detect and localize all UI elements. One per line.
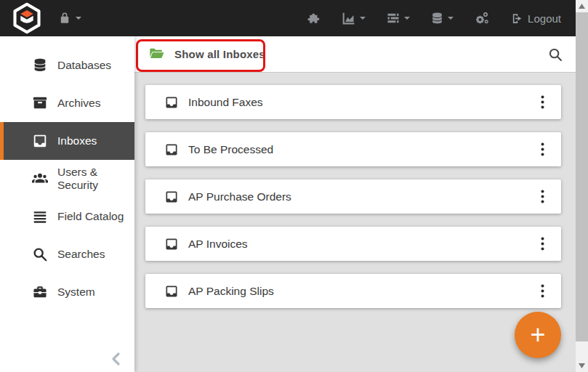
inbox-card-to-be-processed[interactable]: To Be Processed (145, 132, 561, 166)
inbox-icon (164, 95, 179, 110)
sidebar-item-label: Databases (57, 59, 111, 72)
sidebar-item-label: Field Catalog (57, 210, 124, 223)
puzzle-piece-button[interactable] (307, 12, 321, 25)
sidebar-item-searches[interactable]: Searches (0, 235, 134, 273)
sidebar-item-field-catalog[interactable]: Field Catalog (0, 198, 134, 235)
inbox-card-ap-purchase-orders[interactable]: AP Purchase Orders (145, 179, 561, 214)
tasks-icon (386, 11, 400, 25)
kebab-menu-icon[interactable] (533, 235, 551, 253)
inbox-list: Inbound Faxes To Be Processed AP Purchas… (145, 85, 561, 321)
plus-icon: + (530, 322, 545, 348)
inbox-card-label: AP Purchase Orders (188, 190, 291, 203)
archive-icon (32, 95, 48, 111)
sidebar-item-archives[interactable]: Archives (0, 84, 134, 122)
caret-down-icon (447, 15, 454, 22)
caret-down-icon (359, 15, 366, 22)
sidebar-item-label: Archives (57, 97, 100, 110)
sidebar-item-label: System (57, 286, 95, 299)
logout-icon (511, 12, 523, 25)
inbox-card-label: Inbound Faxes (188, 96, 263, 109)
caret-down-icon (75, 15, 82, 22)
sidebar: Databases Archives Inboxes Users & Secur… (0, 36, 134, 372)
inbox-card-label: AP Invoices (188, 238, 248, 251)
show-all-inboxes-label: Show all Inboxes (174, 48, 265, 60)
kebab-menu-icon[interactable] (533, 283, 551, 300)
inbox-icon (164, 142, 179, 157)
scroll-up-arrow-icon[interactable] (576, 0, 588, 12)
inbox-icon (164, 237, 179, 251)
database-icon (32, 57, 48, 73)
kebab-menu-icon[interactable] (533, 188, 551, 206)
lock-icon (58, 12, 71, 25)
settings-button[interactable] (474, 9, 491, 27)
inbox-card-label: AP Packing Slips (188, 285, 274, 298)
lock-menu[interactable] (58, 12, 82, 25)
list-icon (32, 209, 48, 225)
content-header: Show all Inboxes (134, 36, 576, 73)
inbox-icon (32, 133, 48, 149)
database-icon (430, 12, 444, 25)
sidebar-item-inboxes[interactable]: Inboxes (0, 122, 134, 160)
caret-down-icon (403, 15, 411, 22)
database-menu[interactable] (430, 12, 454, 25)
scroll-down-arrow-icon[interactable] (576, 360, 588, 372)
vertical-scrollbar[interactable] (576, 0, 588, 372)
topbar: Logout (0, 0, 588, 36)
kebab-menu-icon[interactable] (533, 141, 551, 158)
users-icon (32, 171, 48, 187)
queues-menu[interactable] (386, 11, 411, 25)
sidebar-item-label: Inboxes (57, 134, 97, 147)
add-inbox-fab-button[interactable]: + (515, 312, 561, 358)
inbox-card-label: To Be Processed (188, 143, 273, 156)
inbox-card-inbound-faxes[interactable]: Inbound Faxes (145, 85, 561, 119)
folder-open-icon (148, 46, 166, 62)
inbox-icon (164, 190, 179, 204)
cogs-icon (474, 9, 491, 27)
sidebar-item-databases[interactable]: Databases (0, 46, 134, 84)
toolbox-icon (32, 284, 48, 300)
reports-menu[interactable] (341, 11, 366, 26)
inbox-icon (164, 284, 179, 299)
kebab-menu-icon[interactable] (533, 94, 551, 111)
sidebar-item-label: Searches (57, 248, 105, 261)
puzzle-piece-icon (307, 12, 321, 25)
app-logo-icon[interactable] (11, 2, 43, 34)
scrollbar-thumb[interactable] (576, 12, 588, 341)
sidebar-item-system[interactable]: System (0, 273, 134, 311)
inbox-card-ap-invoices[interactable]: AP Invoices (145, 227, 561, 261)
area-chart-icon (341, 11, 356, 26)
sidebar-item-label: Users & Security (57, 166, 134, 192)
sidebar-item-users-security[interactable]: Users & Security (0, 160, 134, 198)
logout-label: Logout (528, 12, 561, 25)
sidebar-collapse-chevron-icon[interactable] (108, 350, 125, 368)
search-icon (32, 246, 48, 262)
show-all-inboxes-button[interactable]: Show all Inboxes (148, 46, 265, 62)
inbox-card-ap-packing-slips[interactable]: AP Packing Slips (145, 274, 561, 308)
sidebar-menu: Databases Archives Inboxes Users & Secur… (0, 36, 134, 311)
search-icon[interactable] (547, 46, 563, 62)
logout-button[interactable]: Logout (511, 12, 561, 25)
